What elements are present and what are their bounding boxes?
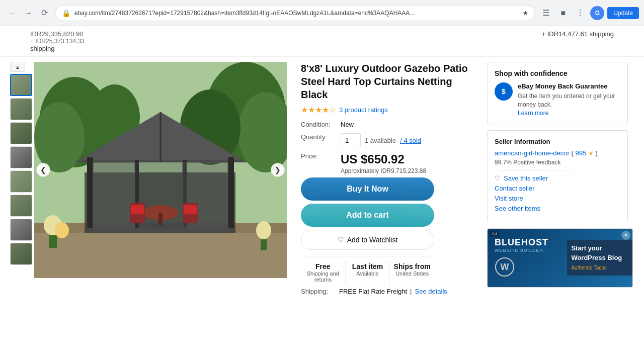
- address-bar[interactable]: 🔒 ebay.com/itm/274837262671?epid=1729157…: [55, 5, 535, 21]
- promo-strikethrough-price: IDR29,335,820.90: [30, 30, 85, 38]
- visit-store-link[interactable]: Visit store: [495, 195, 523, 202]
- guarantee-title: eBay Money Back Guarantee: [518, 82, 620, 90]
- ship-free-sub: Shipping and returns: [303, 270, 343, 283]
- see-details-link[interactable]: See details: [415, 288, 447, 295]
- svg-point-31: [256, 221, 271, 239]
- seller-title: Seller information: [495, 138, 620, 145]
- thumbnail-3[interactable]: [10, 122, 32, 144]
- thumbnail-4[interactable]: [10, 146, 32, 168]
- contact-seller-link[interactable]: Contact seller: [495, 185, 534, 192]
- price-label: Price:: [301, 152, 339, 160]
- reload-button[interactable]: ⟳: [37, 6, 51, 20]
- shipping-origin-col: Ships from United States: [390, 260, 434, 285]
- add-to-cart-button[interactable]: Add to cart: [301, 204, 434, 227]
- image-next-button[interactable]: ❯: [271, 163, 285, 177]
- pipe-separator: |: [410, 288, 412, 295]
- ebay-guarantee: $ eBay Money Back Guarantee Get the item…: [495, 82, 620, 117]
- save-seller-heart-icon: ♡: [495, 174, 501, 182]
- wordpress-logo-icon: W: [495, 257, 515, 277]
- condition-row: Condition: New: [301, 121, 472, 128]
- learn-more-link[interactable]: Learn more: [518, 110, 548, 117]
- star-rating: ★★★★☆: [301, 105, 336, 115]
- svg-rect-8: [34, 233, 287, 278]
- advertisement-box: Ad ✕ BLUEHOST WEBSITE BUILDER W Start yo…: [487, 228, 633, 288]
- save-seller-link[interactable]: Save this seller: [504, 174, 548, 182]
- lock-icon: 🔒: [62, 9, 70, 17]
- nav-buttons: ← → ⟳: [5, 6, 51, 20]
- ad-cta[interactable]: Start your WordPress Blog Authentic Taco…: [567, 240, 632, 275]
- ship-last-sub: Available: [348, 270, 388, 277]
- thumbnail-8[interactable]: [10, 243, 32, 265]
- svg-point-29: [55, 222, 69, 238]
- ad-logo-area: BLUEHOST WEBSITE BUILDER W: [488, 232, 567, 284]
- seller-box: Seller information american-girl-home-de…: [487, 130, 628, 222]
- shipping-info-bar: Free Shipping and returns Last item Avai…: [301, 256, 434, 285]
- star-icon: ★: [523, 10, 528, 17]
- ship-origin-sub: United States: [392, 270, 432, 277]
- ad-logo-text: BLUEHOST: [495, 237, 560, 248]
- page-content: IDR29,335,820.90 + IDR25,373,134.33 ship…: [0, 26, 644, 362]
- svg-rect-15: [228, 157, 234, 228]
- thumbnail-2[interactable]: [10, 98, 32, 120]
- condition-value: New: [341, 121, 354, 128]
- shipping-detail-row: Shipping: FREE Flat Rate Freight | See d…: [301, 288, 472, 295]
- promo-price-left: IDR29,335,820.90 + IDR25,373,134.33 ship…: [30, 30, 85, 52]
- product-area: ▲: [0, 62, 644, 362]
- guarantee-desc: Get the item you ordered or get your mon…: [518, 92, 620, 109]
- ad-close-button[interactable]: ✕: [621, 231, 630, 240]
- quantity-sold[interactable]: / 4 sold: [400, 137, 421, 144]
- seller-rating-open: (: [571, 149, 573, 157]
- puzzle-icon[interactable]: ■: [556, 6, 570, 20]
- profile-avatar[interactable]: G: [590, 6, 604, 20]
- svg-rect-26: [184, 205, 197, 214]
- url-text: ebay.com/itm/274837262671?epid=172915780…: [74, 10, 519, 17]
- thumb-up-button[interactable]: ▲: [10, 62, 25, 72]
- back-button[interactable]: ←: [5, 6, 19, 20]
- buy-it-now-button[interactable]: Buy It Now: [301, 177, 434, 201]
- svg-rect-18: [93, 162, 135, 228]
- thumbnail-5[interactable]: [10, 170, 32, 193]
- price-approx: Approximately IDR9,715,223.88: [341, 167, 426, 174]
- settings-icon[interactable]: ⋮: [573, 6, 587, 20]
- seller-feedback: 99.7% Positive feedback: [495, 159, 620, 166]
- quantity-box: 1 available / 4 sold: [341, 133, 421, 147]
- thumbnail-7[interactable]: [10, 219, 32, 241]
- product-details: 8'x8' Luxury Outdoor Gazebo Patio Steel …: [291, 62, 482, 362]
- svg-rect-25: [131, 205, 144, 214]
- seller-name-link[interactable]: american-girl-home-decor: [495, 149, 570, 157]
- promo-bar: IDR29,335,820.90 + IDR25,373,134.33 ship…: [0, 26, 644, 57]
- product-image-svg: [34, 62, 287, 278]
- update-button[interactable]: Update: [607, 7, 639, 19]
- watchlist-heart-icon: ♡: [338, 236, 344, 244]
- promo-shipping-label: shipping: [30, 45, 85, 52]
- ad-taco: Authentic Tacos: [571, 264, 628, 272]
- extensions-icon[interactable]: ☰: [539, 6, 553, 20]
- seller-rating-link[interactable]: 995: [575, 149, 586, 157]
- guarantee-text: eBay Money Back Guarantee Get the item y…: [518, 82, 620, 117]
- ad-label: Ad: [490, 231, 499, 237]
- shipping-detail-value: FREE Flat Rate Freight: [339, 288, 407, 295]
- seller-name-row: american-girl-home-decor ( 995 ★ ): [495, 149, 620, 157]
- quantity-available: 1 available: [365, 137, 396, 144]
- thumbnail-list: ▲: [10, 62, 32, 362]
- quantity-input[interactable]: [341, 133, 361, 147]
- image-prev-button[interactable]: ❮: [36, 163, 50, 177]
- ratings-link[interactable]: 3 product ratings: [339, 106, 388, 114]
- confidence-title: Shop with confidence: [495, 69, 620, 77]
- ship-origin-title: Ships from: [392, 262, 432, 270]
- confidence-box: Shop with confidence $ eBay Money Back G…: [487, 62, 628, 124]
- other-items-link[interactable]: See other items: [495, 205, 540, 212]
- main-image[interactable]: ❮ ❯: [34, 62, 287, 278]
- thumbnail-1[interactable]: [10, 74, 32, 96]
- price-main: US $650.92: [341, 152, 426, 166]
- ship-last-title: Last item: [348, 262, 388, 270]
- promo-plus-price: + IDR25,373,134.33: [30, 38, 85, 45]
- price-section: Price: US $650.92 Approximately IDR9,715…: [301, 152, 472, 174]
- shipping-free-col: Free Shipping and returns: [301, 260, 346, 285]
- thumbnail-6[interactable]: [10, 195, 32, 217]
- toolbar-right: ☰ ■ ⋮ G Update: [539, 6, 639, 20]
- add-to-watchlist-button[interactable]: ♡ Add to Watchlist: [301, 230, 434, 250]
- watchlist-label: Add to Watchlist: [347, 236, 398, 244]
- save-seller-row: ♡ Save this seller: [495, 174, 620, 182]
- forward-button[interactable]: →: [21, 6, 35, 20]
